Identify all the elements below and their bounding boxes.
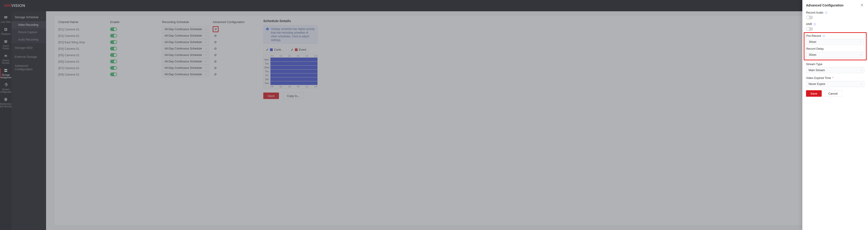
select-recording-schedule[interactable]: All-Day Continuous Schedule — [162, 52, 209, 58]
select-recording-schedule[interactable]: All-Day Continuous Schedule — [162, 33, 209, 39]
grid-row[interactable]: Sat — [264, 77, 317, 81]
toggle-enable[interactable] — [110, 40, 117, 44]
toggle-enable[interactable] — [110, 47, 117, 51]
advanced-config-drawer: Advanced Configuration Record Audio ANR … — [802, 0, 868, 230]
svg-rect-1 — [267, 29, 268, 30]
schedule-grid[interactable]: D0D2D4D0D2D4 MonTueWedThuFriSatSun D0D2D… — [263, 54, 318, 89]
nav-storage-management[interactable]: Storage Management — [0, 66, 11, 80]
cell-advanced — [213, 72, 247, 77]
cell-channel: [D2] Camera 01 — [58, 34, 110, 37]
cell-schedule: All-Day Continuous Schedule — [162, 71, 213, 77]
grid-row[interactable]: Fri — [264, 73, 317, 77]
cell-enable — [110, 27, 162, 31]
legend: Conti... Event — [263, 47, 318, 53]
content-card: Channel Name Enable Recording Schedule A… — [54, 15, 864, 226]
select-recording-schedule[interactable]: All-Day Continuous Schedule — [162, 65, 209, 71]
grid-row[interactable]: Mon — [264, 58, 317, 62]
select-value: All-Day Continuous Schedule — [164, 34, 202, 37]
toggle-anr[interactable] — [806, 27, 813, 31]
details-save-button[interactable]: Save — [263, 93, 279, 99]
advanced-config-button[interactable] — [213, 65, 218, 71]
field-stream-type: Stream Type Main Stream — [806, 63, 864, 73]
sidebar-item-external-storage[interactable]: External Storage — [11, 52, 46, 61]
grid-row[interactable]: Wed — [264, 65, 317, 69]
field-video-expired: Video Expired Time * Never Expire — [806, 76, 864, 87]
table-row: [D1] Camera 01 All-Day Continuous Schedu… — [58, 26, 257, 32]
sidebar-item-audio-recording[interactable]: Audio Recording — [11, 36, 46, 43]
details-copy-button[interactable]: Copy to... — [283, 93, 304, 99]
select-value: 30sec — [809, 53, 816, 57]
select-recording-schedule[interactable]: All-Day Continuous Schedule — [162, 59, 209, 64]
grid-cells[interactable] — [271, 58, 317, 62]
cell-schedule: All-Day Continuous Schedule — [162, 45, 213, 52]
sidebar-item-advanced-configuration[interactable]: Advanced Configuration — [11, 61, 46, 74]
chevron-down-icon — [205, 60, 207, 63]
sidebar-item-storage-hdd[interactable]: Storage HDD — [11, 43, 46, 52]
nav-label: System Configuration — [0, 88, 13, 93]
select-recording-schedule[interactable]: All-Day Continuous Schedule — [162, 45, 209, 52]
advanced-config-button[interactable] — [213, 59, 218, 64]
toggle-enable[interactable] — [110, 72, 117, 76]
grid-cells[interactable] — [271, 69, 317, 73]
drawer-cancel-button[interactable]: Cancel — [824, 90, 842, 97]
grid-cells[interactable] — [271, 66, 317, 69]
nav-event-center[interactable]: Event Center — [0, 37, 11, 52]
sidebar-item-picture-capture[interactable]: Picture Capture — [11, 29, 46, 36]
select-recording-schedule[interactable]: All-Day Continuous Schedule — [162, 26, 209, 32]
nav-playback[interactable]: Playback — [0, 25, 11, 37]
advanced-config-button[interactable] — [213, 26, 219, 32]
gear-icon — [4, 83, 8, 87]
grid-cells[interactable] — [271, 62, 317, 65]
nav-live-view[interactable]: Live View — [0, 13, 11, 25]
grid-row[interactable]: Sun — [264, 81, 317, 85]
grid-cells[interactable] — [271, 73, 317, 77]
cell-channel: [D7] Camera 01 — [58, 66, 110, 70]
legend-continuous[interactable]: Conti... — [263, 47, 286, 53]
cell-advanced — [213, 65, 247, 71]
label-anr: ANR — [806, 23, 812, 26]
advanced-config-button[interactable] — [213, 52, 218, 58]
content-area: Channel Name Enable Recording Schedule A… — [50, 11, 868, 230]
select-record-delay[interactable]: 30sec — [806, 52, 864, 58]
grid-row[interactable]: Thu — [264, 69, 317, 73]
drawer-save-button[interactable]: Save — [806, 90, 822, 97]
swatch-continuous — [270, 48, 273, 51]
table-row: [D7] Camera 01 All-Day Continuous Schedu… — [58, 65, 257, 71]
grid-scale-bottom: D0D2D4D0D2D4 — [264, 85, 317, 88]
nav-device-access[interactable]: Device Access — [0, 52, 11, 66]
toggle-enable[interactable] — [110, 27, 117, 31]
legend-event[interactable]: Event — [288, 47, 309, 53]
advanced-config-button[interactable] — [213, 33, 218, 38]
details-actions: Save Copy to... — [263, 93, 318, 99]
chevron-up-icon — [40, 16, 43, 19]
advanced-config-button[interactable] — [213, 39, 218, 45]
drawer-close-button[interactable] — [860, 3, 864, 7]
sidebar-item-video-recording[interactable]: Video Recording — [11, 21, 46, 29]
advanced-config-button[interactable] — [213, 72, 218, 77]
toggle-enable[interactable] — [110, 53, 117, 57]
select-stream-type[interactable]: Main Stream — [806, 67, 864, 73]
select-recording-schedule[interactable]: All-Day Continuous Schedule — [162, 39, 209, 45]
brand-vision: VISION — [11, 3, 25, 8]
select-video-expired[interactable]: Never Expire — [806, 81, 864, 87]
toggle-record-audio[interactable] — [806, 15, 813, 19]
grid-cells[interactable] — [271, 81, 317, 85]
nav-system-configuration[interactable]: System Configuration — [0, 80, 11, 95]
grid-row[interactable]: Tue — [264, 62, 317, 65]
gear-icon — [214, 34, 217, 37]
toggle-enable[interactable] — [110, 60, 117, 63]
grid-day-label: Fri — [264, 73, 271, 77]
top-bar: HIKVISION — [0, 0, 868, 11]
toggle-enable[interactable] — [110, 34, 117, 37]
select-value: All-Day Continuous Schedule — [164, 28, 202, 31]
nav-maintenance-security[interactable]: Maintenance and Security — [0, 95, 11, 109]
advanced-config-button[interactable] — [213, 46, 218, 51]
label-record-delay: Record Delay — [806, 47, 824, 51]
sidebar-group-header[interactable]: Storage Schedule — [11, 13, 46, 21]
select-recording-schedule[interactable]: All-Day Continuous Schedule — [162, 71, 209, 77]
grid-cells[interactable] — [271, 77, 317, 81]
toggle-enable[interactable] — [110, 66, 117, 70]
legend-continuous-label: Conti... — [274, 48, 283, 51]
svg-rect-7 — [815, 24, 815, 25]
select-pre-record[interactable]: 30sec — [806, 39, 864, 45]
